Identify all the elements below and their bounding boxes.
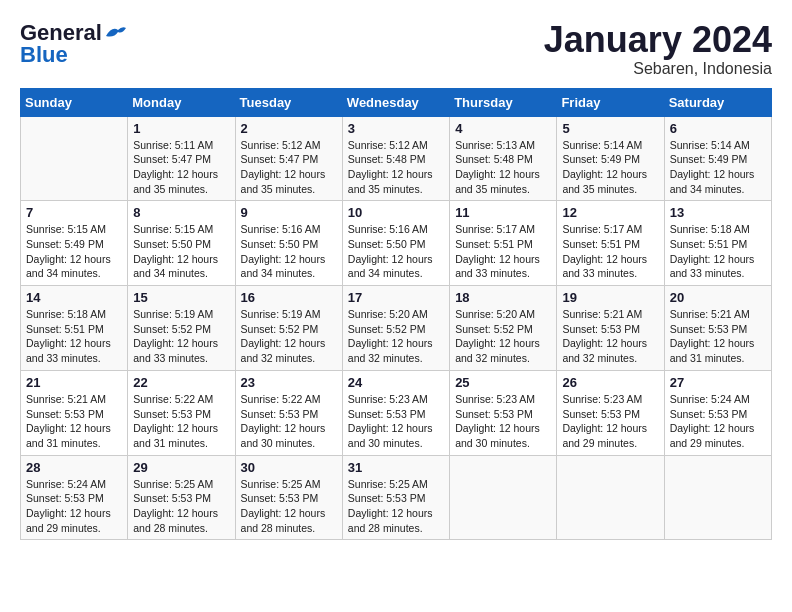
day-number: 18 (455, 290, 551, 305)
table-row: 2Sunrise: 5:12 AMSunset: 5:47 PMDaylight… (235, 116, 342, 201)
day-info: Sunrise: 5:23 AMSunset: 5:53 PMDaylight:… (348, 392, 444, 451)
table-row: 16Sunrise: 5:19 AMSunset: 5:52 PMDayligh… (235, 286, 342, 371)
calendar-table: Sunday Monday Tuesday Wednesday Thursday… (20, 88, 772, 541)
day-number: 29 (133, 460, 229, 475)
day-number: 11 (455, 205, 551, 220)
col-thursday: Thursday (450, 88, 557, 116)
day-number: 6 (670, 121, 766, 136)
table-row: 8Sunrise: 5:15 AMSunset: 5:50 PMDaylight… (128, 201, 235, 286)
day-number: 27 (670, 375, 766, 390)
day-info: Sunrise: 5:23 AMSunset: 5:53 PMDaylight:… (562, 392, 658, 451)
table-row: 29Sunrise: 5:25 AMSunset: 5:53 PMDayligh… (128, 455, 235, 540)
day-number: 2 (241, 121, 337, 136)
table-row: 28Sunrise: 5:24 AMSunset: 5:53 PMDayligh… (21, 455, 128, 540)
logo-bird-icon (104, 24, 126, 42)
table-row: 10Sunrise: 5:16 AMSunset: 5:50 PMDayligh… (342, 201, 449, 286)
month-title: January 2024 (544, 20, 772, 60)
day-number: 3 (348, 121, 444, 136)
table-row (557, 455, 664, 540)
table-row: 26Sunrise: 5:23 AMSunset: 5:53 PMDayligh… (557, 370, 664, 455)
day-info: Sunrise: 5:12 AMSunset: 5:48 PMDaylight:… (348, 138, 444, 197)
day-number: 5 (562, 121, 658, 136)
day-info: Sunrise: 5:19 AMSunset: 5:52 PMDaylight:… (133, 307, 229, 366)
day-info: Sunrise: 5:17 AMSunset: 5:51 PMDaylight:… (455, 222, 551, 281)
day-number: 14 (26, 290, 122, 305)
day-number: 16 (241, 290, 337, 305)
day-info: Sunrise: 5:11 AMSunset: 5:47 PMDaylight:… (133, 138, 229, 197)
table-row: 14Sunrise: 5:18 AMSunset: 5:51 PMDayligh… (21, 286, 128, 371)
table-row: 11Sunrise: 5:17 AMSunset: 5:51 PMDayligh… (450, 201, 557, 286)
table-row: 25Sunrise: 5:23 AMSunset: 5:53 PMDayligh… (450, 370, 557, 455)
day-number: 28 (26, 460, 122, 475)
calendar-week-row: 21Sunrise: 5:21 AMSunset: 5:53 PMDayligh… (21, 370, 772, 455)
day-info: Sunrise: 5:20 AMSunset: 5:52 PMDaylight:… (348, 307, 444, 366)
table-row: 7Sunrise: 5:15 AMSunset: 5:49 PMDaylight… (21, 201, 128, 286)
table-row: 13Sunrise: 5:18 AMSunset: 5:51 PMDayligh… (664, 201, 771, 286)
table-row: 31Sunrise: 5:25 AMSunset: 5:53 PMDayligh… (342, 455, 449, 540)
day-number: 17 (348, 290, 444, 305)
day-info: Sunrise: 5:21 AMSunset: 5:53 PMDaylight:… (562, 307, 658, 366)
day-info: Sunrise: 5:20 AMSunset: 5:52 PMDaylight:… (455, 307, 551, 366)
day-info: Sunrise: 5:14 AMSunset: 5:49 PMDaylight:… (670, 138, 766, 197)
day-number: 25 (455, 375, 551, 390)
table-row: 27Sunrise: 5:24 AMSunset: 5:53 PMDayligh… (664, 370, 771, 455)
day-info: Sunrise: 5:14 AMSunset: 5:49 PMDaylight:… (562, 138, 658, 197)
day-number: 8 (133, 205, 229, 220)
day-number: 19 (562, 290, 658, 305)
calendar-week-row: 7Sunrise: 5:15 AMSunset: 5:49 PMDaylight… (21, 201, 772, 286)
day-info: Sunrise: 5:25 AMSunset: 5:53 PMDaylight:… (348, 477, 444, 536)
day-info: Sunrise: 5:15 AMSunset: 5:50 PMDaylight:… (133, 222, 229, 281)
header: General Blue January 2024 Sebaren, Indon… (20, 20, 772, 78)
day-info: Sunrise: 5:16 AMSunset: 5:50 PMDaylight:… (348, 222, 444, 281)
col-wednesday: Wednesday (342, 88, 449, 116)
calendar-week-row: 1Sunrise: 5:11 AMSunset: 5:47 PMDaylight… (21, 116, 772, 201)
table-row (664, 455, 771, 540)
logo: General Blue (20, 20, 126, 68)
table-row: 5Sunrise: 5:14 AMSunset: 5:49 PMDaylight… (557, 116, 664, 201)
col-tuesday: Tuesday (235, 88, 342, 116)
table-row: 23Sunrise: 5:22 AMSunset: 5:53 PMDayligh… (235, 370, 342, 455)
day-number: 9 (241, 205, 337, 220)
logo-blue: Blue (20, 42, 68, 68)
table-row: 22Sunrise: 5:22 AMSunset: 5:53 PMDayligh… (128, 370, 235, 455)
table-row: 30Sunrise: 5:25 AMSunset: 5:53 PMDayligh… (235, 455, 342, 540)
calendar-week-row: 14Sunrise: 5:18 AMSunset: 5:51 PMDayligh… (21, 286, 772, 371)
table-row: 17Sunrise: 5:20 AMSunset: 5:52 PMDayligh… (342, 286, 449, 371)
day-number: 30 (241, 460, 337, 475)
day-number: 10 (348, 205, 444, 220)
day-number: 7 (26, 205, 122, 220)
calendar-header-row: Sunday Monday Tuesday Wednesday Thursday… (21, 88, 772, 116)
table-row: 6Sunrise: 5:14 AMSunset: 5:49 PMDaylight… (664, 116, 771, 201)
col-friday: Friday (557, 88, 664, 116)
day-info: Sunrise: 5:19 AMSunset: 5:52 PMDaylight:… (241, 307, 337, 366)
table-row: 9Sunrise: 5:16 AMSunset: 5:50 PMDaylight… (235, 201, 342, 286)
day-number: 26 (562, 375, 658, 390)
day-info: Sunrise: 5:22 AMSunset: 5:53 PMDaylight:… (241, 392, 337, 451)
table-row: 4Sunrise: 5:13 AMSunset: 5:48 PMDaylight… (450, 116, 557, 201)
day-info: Sunrise: 5:22 AMSunset: 5:53 PMDaylight:… (133, 392, 229, 451)
day-info: Sunrise: 5:24 AMSunset: 5:53 PMDaylight:… (670, 392, 766, 451)
day-info: Sunrise: 5:15 AMSunset: 5:49 PMDaylight:… (26, 222, 122, 281)
day-info: Sunrise: 5:16 AMSunset: 5:50 PMDaylight:… (241, 222, 337, 281)
day-number: 21 (26, 375, 122, 390)
day-info: Sunrise: 5:25 AMSunset: 5:53 PMDaylight:… (241, 477, 337, 536)
calendar-week-row: 28Sunrise: 5:24 AMSunset: 5:53 PMDayligh… (21, 455, 772, 540)
day-info: Sunrise: 5:23 AMSunset: 5:53 PMDaylight:… (455, 392, 551, 451)
day-info: Sunrise: 5:18 AMSunset: 5:51 PMDaylight:… (670, 222, 766, 281)
day-number: 15 (133, 290, 229, 305)
day-info: Sunrise: 5:25 AMSunset: 5:53 PMDaylight:… (133, 477, 229, 536)
col-saturday: Saturday (664, 88, 771, 116)
col-monday: Monday (128, 88, 235, 116)
table-row: 24Sunrise: 5:23 AMSunset: 5:53 PMDayligh… (342, 370, 449, 455)
table-row: 1Sunrise: 5:11 AMSunset: 5:47 PMDaylight… (128, 116, 235, 201)
table-row: 19Sunrise: 5:21 AMSunset: 5:53 PMDayligh… (557, 286, 664, 371)
day-info: Sunrise: 5:12 AMSunset: 5:47 PMDaylight:… (241, 138, 337, 197)
title-area: January 2024 Sebaren, Indonesia (544, 20, 772, 78)
day-number: 1 (133, 121, 229, 136)
col-sunday: Sunday (21, 88, 128, 116)
day-info: Sunrise: 5:24 AMSunset: 5:53 PMDaylight:… (26, 477, 122, 536)
day-number: 23 (241, 375, 337, 390)
day-number: 24 (348, 375, 444, 390)
day-info: Sunrise: 5:13 AMSunset: 5:48 PMDaylight:… (455, 138, 551, 197)
day-number: 13 (670, 205, 766, 220)
